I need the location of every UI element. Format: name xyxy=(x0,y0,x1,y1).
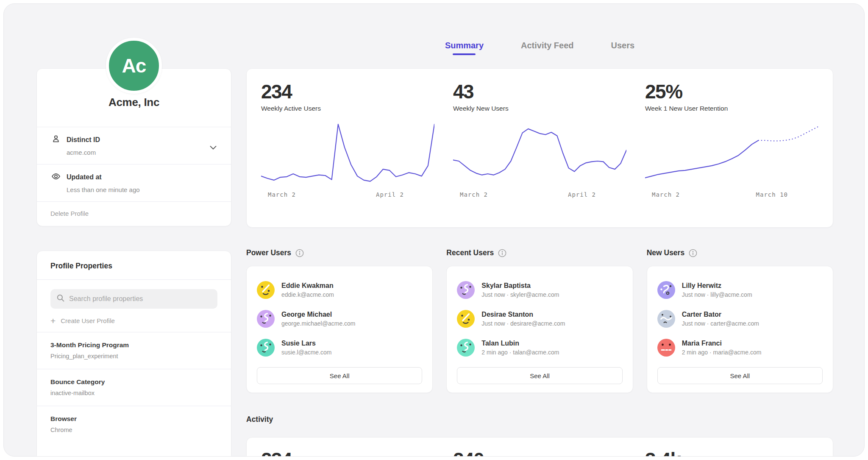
user-avatar xyxy=(457,310,475,328)
search-profile-properties[interactable] xyxy=(50,289,217,309)
user-name: Talan Lubin xyxy=(481,340,559,347)
user-name: Skylar Baptista xyxy=(481,282,559,290)
tab-activity-feed[interactable]: Activity Feed xyxy=(521,41,573,59)
x-axis-tick: April 2 xyxy=(568,191,596,198)
user-name: Susie Lars xyxy=(281,340,331,347)
activity-stat-3: 3.4k xyxy=(645,449,818,457)
user-sections: Power Users Eddie Kwakmaneddie.k@acme.co… xyxy=(246,248,833,393)
create-user-profile-button[interactable]: + Create User Profile xyxy=(50,317,115,324)
user-subtext: eddie.k@acme.com xyxy=(281,291,334,298)
user-list-item[interactable]: Lilly HerwitzJust now · lilly@acme.com xyxy=(657,276,823,304)
search-icon xyxy=(56,294,65,304)
user-subtext: Just now · skyler@acme.com xyxy=(481,291,559,298)
company-avatar-initials: Ac xyxy=(122,54,146,77)
user-subtext: Just now · lilly@acme.com xyxy=(682,291,752,298)
user-name: Carter Bator xyxy=(682,311,759,318)
stat-value: 3.4k xyxy=(645,449,818,457)
section-title: Recent Users xyxy=(446,248,494,257)
user-subtext: george.michael@acme.com xyxy=(281,320,356,327)
user-subtext: susie.l@acme.com xyxy=(281,349,331,356)
summary-stats-card: 234 Weekly Active Users March 2 April 2 … xyxy=(246,68,833,228)
x-axis-tick: April 2 xyxy=(376,191,404,198)
create-user-profile-label: Create User Profile xyxy=(61,317,115,324)
user-avatar xyxy=(257,339,275,357)
user-avatar xyxy=(657,310,675,328)
distinct-id-label: Distinct ID xyxy=(67,136,100,144)
see-all-button[interactable]: See All xyxy=(657,367,823,384)
profile-dashboard: Ac Acme, Inc Distinct ID acme.com xyxy=(3,3,865,457)
distinct-id-row[interactable]: Distinct ID acme.com xyxy=(37,127,231,164)
delete-profile-button[interactable]: Delete Profile xyxy=(37,201,231,226)
company-avatar: Ac xyxy=(106,38,162,94)
user-list-item[interactable]: Eddie Kwakmaneddie.k@acme.com xyxy=(257,276,422,304)
user-avatar xyxy=(257,310,275,328)
stat-weekly-new-users: 43 Weekly New Users March 2 April 2 xyxy=(453,81,626,227)
stat-value: 234 xyxy=(261,81,434,103)
property-row-bounce-category[interactable]: Bounce Category inactive-mailbox xyxy=(37,369,231,406)
activity-stat-2: 240 xyxy=(453,449,626,457)
see-all-button[interactable]: See All xyxy=(457,367,622,384)
info-icon[interactable] xyxy=(295,249,304,257)
user-subtext: Just now · desirare@acme.com xyxy=(481,320,565,327)
user-list: Skylar BaptistaJust now · skyler@acme.co… xyxy=(457,276,622,362)
user-avatar xyxy=(257,281,275,299)
week1-retention-chart xyxy=(645,121,818,184)
user-list-item[interactable]: Maria Franci2 min ago · maria@acme.com xyxy=(657,333,823,362)
tab-users[interactable]: Users xyxy=(611,41,635,59)
activity-stat-1: 234 xyxy=(261,449,434,457)
property-name: Browser xyxy=(50,415,217,423)
user-name: Desirae Stanton xyxy=(481,311,565,318)
stat-label: Week 1 New User Retention xyxy=(645,105,818,112)
stat-label: Weekly Active Users xyxy=(261,105,434,112)
user-list-item[interactable]: George Michaelgeorge.michael@acme.com xyxy=(257,304,422,333)
user-list-item[interactable]: Skylar BaptistaJust now · skyler@acme.co… xyxy=(457,276,622,304)
property-row-pricing-program[interactable]: 3-Month Pricing Program Pricing_plan_exp… xyxy=(37,332,231,369)
info-icon[interactable] xyxy=(689,249,697,257)
activity-stats-card: 234 240 3.4k xyxy=(246,437,833,457)
user-subtext: 2 min ago · talan@acme.com xyxy=(481,349,559,356)
user-list-item[interactable]: Desirae StantonJust now · desirare@acme.… xyxy=(457,304,622,333)
property-value: Chrome xyxy=(50,427,217,433)
divider xyxy=(37,279,231,280)
user-avatar xyxy=(657,281,675,299)
x-axis-tick: March 2 xyxy=(652,191,680,198)
user-name: Lilly Herwitz xyxy=(682,282,752,290)
user-avatar xyxy=(657,339,675,357)
profile-properties-card: Profile Properties + Create User Profile… xyxy=(36,251,231,457)
see-all-button[interactable]: See All xyxy=(257,367,422,384)
search-input[interactable] xyxy=(69,295,211,303)
user-name: George Michael xyxy=(281,311,356,318)
user-list: Lilly HerwitzJust now · lilly@acme.comCa… xyxy=(657,276,823,362)
chevron-down-icon[interactable] xyxy=(210,144,217,151)
property-value: Pricing_plan_experiment xyxy=(50,353,217,360)
new-users-section: New Users Lilly HerwitzJust now · lilly@… xyxy=(647,248,833,393)
company-name: Acme, Inc xyxy=(37,96,231,109)
updated-at-label: Updated at xyxy=(67,173,102,181)
x-axis-tick: March 2 xyxy=(268,191,296,198)
user-name: Maria Franci xyxy=(682,340,762,347)
property-name: 3-Month Pricing Program xyxy=(50,341,217,349)
property-row-browser[interactable]: Browser Chrome xyxy=(37,406,231,443)
user-subtext: Just now · carter@acme.com xyxy=(682,320,759,327)
user-list-item[interactable]: Carter BatorJust now · carter@acme.com xyxy=(657,304,823,333)
stat-week1-retention: 25% Week 1 New User Retention March 2 Ma… xyxy=(645,81,818,227)
user-list: Eddie Kwakmaneddie.k@acme.comGeorge Mich… xyxy=(257,276,422,362)
tab-summary[interactable]: Summary xyxy=(445,41,484,59)
stat-value: 234 xyxy=(261,449,434,457)
user-subtext: 2 min ago · maria@acme.com xyxy=(682,349,762,356)
user-list-item[interactable]: Talan Lubin2 min ago · talan@acme.com xyxy=(457,333,622,362)
stat-value: 25% xyxy=(645,81,818,103)
weekly-active-users-chart xyxy=(261,121,434,184)
user-list-item[interactable]: Susie Larssusie.l@acme.com xyxy=(257,333,422,362)
distinct-id-value: acme.com xyxy=(67,149,217,156)
property-name: Bounce Category xyxy=(50,378,217,386)
stat-label: Weekly New Users xyxy=(453,105,626,112)
weekly-new-users-chart xyxy=(453,121,626,184)
eye-icon xyxy=(51,172,61,183)
person-icon xyxy=(51,134,61,145)
info-icon[interactable] xyxy=(498,249,506,257)
recent-users-section: Recent Users Skylar BaptistaJust now · s… xyxy=(446,248,633,393)
updated-at-row: Updated at Less than one minute ago xyxy=(37,164,231,201)
x-axis-tick: March 10 xyxy=(756,191,788,198)
section-title: Power Users xyxy=(246,248,291,257)
